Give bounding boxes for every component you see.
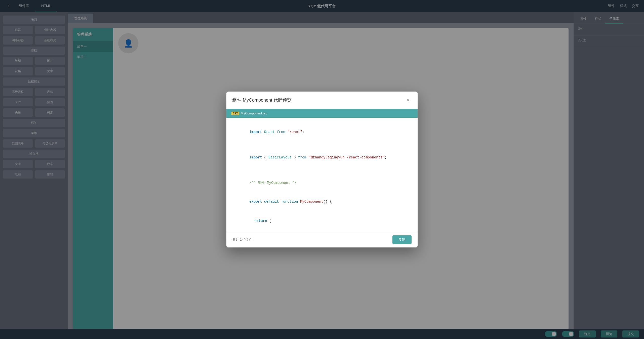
code-line-7: return ( [232, 211, 412, 231]
code-line-1: import React from "react"; [232, 123, 412, 142]
copy-button[interactable]: 复制 [392, 235, 412, 244]
code-line-blank-2 [232, 167, 412, 173]
code-line-5: /** 组件 MyComponent */ [232, 174, 412, 193]
modal-title: 组件 MyComponent 代码预览 [232, 97, 292, 103]
modal-close-button[interactable]: × [405, 97, 412, 104]
modal-footer: 共计 1 个文件 复制 [226, 232, 418, 247]
code-area[interactable]: import React from "react"; import { Basi… [226, 118, 418, 232]
code-line-blank-1 [232, 142, 412, 148]
jsx-badge: JSX [231, 112, 239, 115]
modal-header: 组件 MyComponent 代码预览 × [226, 92, 418, 109]
file-tab[interactable]: JSX MyComponent.jsx [226, 109, 272, 118]
modal-overlay[interactable]: 组件 MyComponent 代码预览 × JSX MyComponent.js… [0, 0, 644, 339]
code-line-6: export default function MyComponent() { [232, 192, 412, 211]
file-tab-name: MyComponent.jsx [241, 111, 267, 115]
file-tab-bar: JSX MyComponent.jsx [226, 109, 418, 118]
code-line-3: import { BasicLayout } from "@zhangyueqi… [232, 148, 412, 167]
footer-info: 共计 1 个文件 [232, 237, 252, 242]
modal-dialog: 组件 MyComponent 代码预览 × JSX MyComponent.js… [226, 92, 418, 247]
